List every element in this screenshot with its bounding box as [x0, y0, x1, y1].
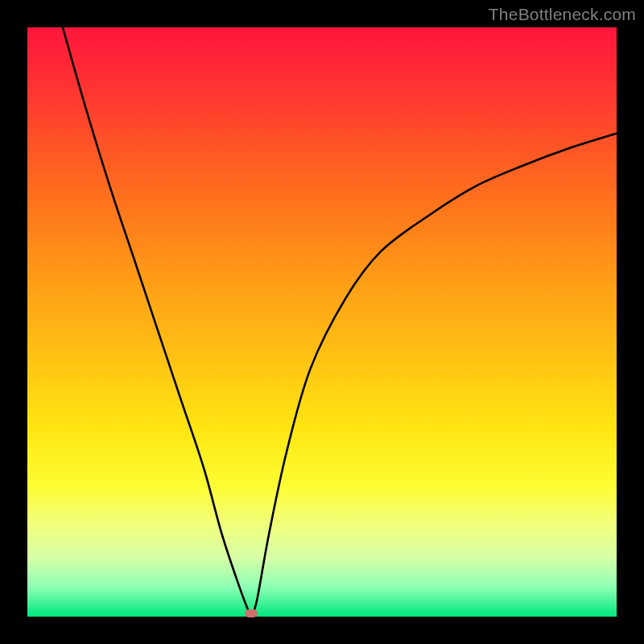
optimum-marker	[245, 609, 258, 617]
chart-frame: TheBottleneck.com	[0, 0, 644, 644]
plot-area	[27, 27, 617, 617]
bottleneck-curve	[27, 27, 617, 617]
watermark-text: TheBottleneck.com	[489, 5, 636, 24]
curve-path	[63, 27, 617, 617]
